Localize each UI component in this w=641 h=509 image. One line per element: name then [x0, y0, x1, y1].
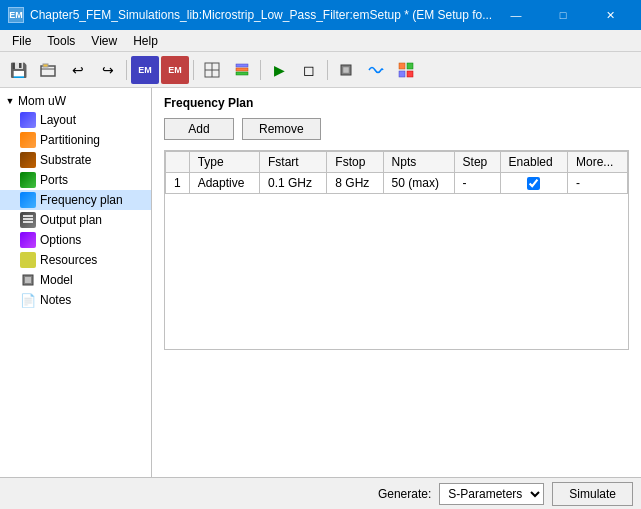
undo-button[interactable]: ↩: [64, 56, 92, 84]
title-bar-controls: — □ ✕: [493, 0, 633, 30]
sidebar-item-substrate[interactable]: Substrate: [0, 150, 151, 170]
menu-bar: File Tools View Help: [0, 30, 641, 52]
sidebar-item-options[interactable]: Options: [0, 230, 151, 250]
toolbar-sep-3: [260, 60, 261, 80]
resources-icon: [20, 252, 36, 268]
svg-rect-10: [399, 63, 405, 69]
em-button-1[interactable]: EM: [131, 56, 159, 84]
col-header-enabled: Enabled: [500, 152, 567, 173]
save-button[interactable]: 💾: [4, 56, 32, 84]
svg-rect-11: [407, 63, 413, 69]
frequency-table-container: Type Fstart Fstop Npts Step Enabled More…: [164, 150, 629, 350]
sidebar-item-model[interactable]: Model: [0, 270, 151, 290]
cell-type[interactable]: Adaptive: [189, 173, 259, 194]
generate-label: Generate:: [378, 487, 431, 501]
col-header-num: [166, 152, 190, 173]
sidebar-item-label-model: Model: [40, 273, 73, 287]
generate-select[interactable]: S-Parameters: [439, 483, 544, 505]
notes-icon: 📄: [20, 292, 36, 308]
sidebar-item-frequency-plan[interactable]: Frequency plan: [0, 190, 151, 210]
enabled-checkbox[interactable]: [527, 177, 540, 190]
em-button-2[interactable]: EM: [161, 56, 189, 84]
menu-help[interactable]: Help: [125, 32, 166, 50]
sidebar-item-label-substrate: Substrate: [40, 153, 91, 167]
svg-rect-13: [407, 71, 413, 77]
model-icon: [20, 272, 36, 288]
svg-rect-16: [23, 221, 33, 223]
sidebar-item-label-options: Options: [40, 233, 81, 247]
table-row: 1 Adaptive 0.1 GHz 8 GHz 50 (max) - -: [166, 173, 628, 194]
cell-enabled: [500, 173, 567, 194]
remove-button[interactable]: Remove: [242, 118, 321, 140]
sidebar-item-partitioning[interactable]: Partitioning: [0, 130, 151, 150]
svg-rect-9: [343, 67, 349, 73]
redo-button[interactable]: ↪: [94, 56, 122, 84]
simulate-button[interactable]: Simulate: [552, 482, 633, 506]
partitioning-icon: [20, 132, 36, 148]
output-plan-icon: [20, 212, 36, 228]
sidebar-item-label-notes: Notes: [40, 293, 71, 307]
options-icon: [20, 232, 36, 248]
sidebar-item-ports[interactable]: Ports: [0, 170, 151, 190]
title-bar: EM Chapter5_FEM_Simulations_lib:Microstr…: [0, 0, 641, 30]
toolbar-sep-2: [193, 60, 194, 80]
menu-view[interactable]: View: [83, 32, 125, 50]
col-header-fstart: Fstart: [259, 152, 326, 173]
button-row: Add Remove: [164, 118, 629, 140]
svg-rect-6: [236, 68, 248, 71]
grid-button[interactable]: [392, 56, 420, 84]
sidebar-item-label-partitioning: Partitioning: [40, 133, 100, 147]
sidebar-group-header[interactable]: ▼ Mom uW: [0, 92, 151, 110]
add-button[interactable]: Add: [164, 118, 234, 140]
title-bar-text: Chapter5_FEM_Simulations_lib:Microstrip_…: [30, 8, 493, 22]
close-button[interactable]: ✕: [587, 0, 633, 30]
sidebar-item-resources[interactable]: Resources: [0, 250, 151, 270]
svg-rect-1: [43, 64, 48, 67]
sidebar-group: ▼ Mom uW Layout Partitioning Substrate P…: [0, 92, 151, 310]
toolbar: 💾 ↩ ↪ EM EM ▶ ◻: [0, 52, 641, 88]
sidebar: ▼ Mom uW Layout Partitioning Substrate P…: [0, 88, 152, 477]
cell-fstop[interactable]: 8 GHz: [327, 173, 383, 194]
substrate-icon: [20, 152, 36, 168]
status-bar: Generate: S-Parameters Simulate: [0, 477, 641, 509]
col-header-type: Type: [189, 152, 259, 173]
svg-rect-14: [23, 215, 33, 217]
main-layout: ▼ Mom uW Layout Partitioning Substrate P…: [0, 88, 641, 477]
menu-tools[interactable]: Tools: [39, 32, 83, 50]
sidebar-item-notes[interactable]: 📄 Notes: [0, 290, 151, 310]
component-button[interactable]: [332, 56, 360, 84]
sidebar-item-label-ports: Ports: [40, 173, 68, 187]
sidebar-item-output-plan[interactable]: Output plan: [0, 210, 151, 230]
layers-button[interactable]: [228, 56, 256, 84]
col-header-fstop: Fstop: [327, 152, 383, 173]
sidebar-item-label-output-plan: Output plan: [40, 213, 102, 227]
svg-rect-7: [236, 72, 248, 75]
svg-rect-15: [23, 218, 33, 220]
maximize-button[interactable]: □: [540, 0, 586, 30]
cell-fstart[interactable]: 0.1 GHz: [259, 173, 326, 194]
svg-rect-18: [25, 277, 31, 283]
sidebar-item-label-resources: Resources: [40, 253, 97, 267]
toolbar-sep-1: [126, 60, 127, 80]
sidebar-item-label-frequency-plan: Frequency plan: [40, 193, 123, 207]
wave-button[interactable]: [362, 56, 390, 84]
cell-num: 1: [166, 173, 190, 194]
frequency-table: Type Fstart Fstop Npts Step Enabled More…: [165, 151, 628, 194]
ports-icon: [20, 172, 36, 188]
expand-icon: ▼: [4, 95, 16, 107]
col-header-more: More...: [567, 152, 627, 173]
app-icon: EM: [8, 7, 24, 23]
open-button[interactable]: [34, 56, 62, 84]
menu-file[interactable]: File: [4, 32, 39, 50]
toolbar-sep-4: [327, 60, 328, 80]
minimize-button[interactable]: —: [493, 0, 539, 30]
col-header-step: Step: [454, 152, 500, 173]
cell-npts[interactable]: 50 (max): [383, 173, 454, 194]
box-button[interactable]: ◻: [295, 56, 323, 84]
run-button[interactable]: ▶: [265, 56, 293, 84]
cell-step[interactable]: -: [454, 173, 500, 194]
sidebar-item-layout[interactable]: Layout: [0, 110, 151, 130]
layout-button[interactable]: [198, 56, 226, 84]
frequency-plan-icon: [20, 192, 36, 208]
svg-rect-12: [399, 71, 405, 77]
